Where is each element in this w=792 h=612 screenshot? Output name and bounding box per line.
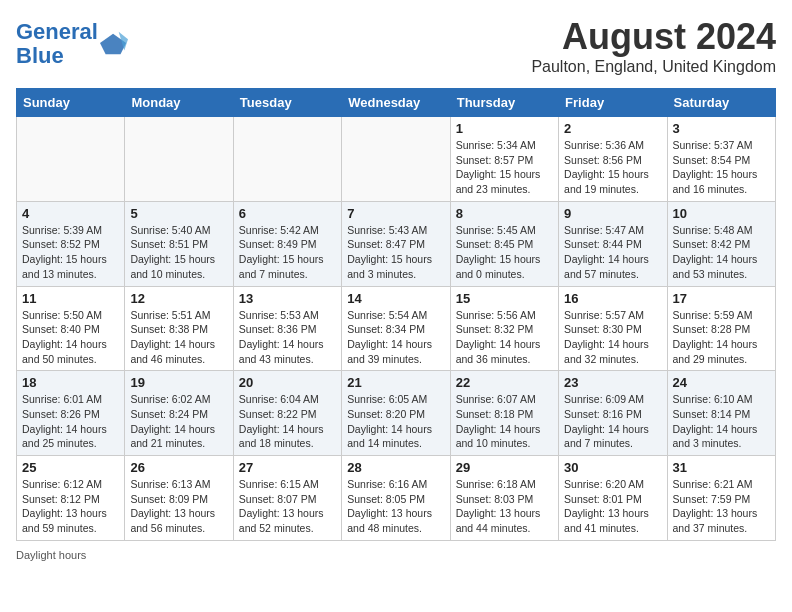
calendar-table: SundayMondayTuesdayWednesdayThursdayFrid… [16, 88, 776, 541]
calendar-day-cell: 3Sunrise: 5:37 AM Sunset: 8:54 PM Daylig… [667, 117, 775, 202]
calendar-day-cell: 26Sunrise: 6:13 AM Sunset: 8:09 PM Dayli… [125, 456, 233, 541]
day-number: 28 [347, 460, 444, 475]
day-info: Sunrise: 5:57 AM Sunset: 8:30 PM Dayligh… [564, 308, 661, 367]
day-number: 26 [130, 460, 227, 475]
day-number: 29 [456, 460, 553, 475]
day-number: 15 [456, 291, 553, 306]
day-number: 8 [456, 206, 553, 221]
title-area: August 2024 Paulton, England, United Kin… [531, 16, 776, 76]
calendar-day-cell [125, 117, 233, 202]
day-number: 25 [22, 460, 119, 475]
day-info: Sunrise: 5:36 AM Sunset: 8:56 PM Dayligh… [564, 138, 661, 197]
calendar-day-cell: 5Sunrise: 5:40 AM Sunset: 8:51 PM Daylig… [125, 201, 233, 286]
day-info: Sunrise: 6:12 AM Sunset: 8:12 PM Dayligh… [22, 477, 119, 536]
day-info: Sunrise: 5:56 AM Sunset: 8:32 PM Dayligh… [456, 308, 553, 367]
day-info: Sunrise: 6:21 AM Sunset: 7:59 PM Dayligh… [673, 477, 770, 536]
day-info: Sunrise: 5:47 AM Sunset: 8:44 PM Dayligh… [564, 223, 661, 282]
day-number: 5 [130, 206, 227, 221]
calendar-day-cell: 30Sunrise: 6:20 AM Sunset: 8:01 PM Dayli… [559, 456, 667, 541]
day-info: Sunrise: 6:15 AM Sunset: 8:07 PM Dayligh… [239, 477, 336, 536]
day-info: Sunrise: 6:10 AM Sunset: 8:14 PM Dayligh… [673, 392, 770, 451]
day-info: Sunrise: 5:45 AM Sunset: 8:45 PM Dayligh… [456, 223, 553, 282]
calendar-day-cell: 20Sunrise: 6:04 AM Sunset: 8:22 PM Dayli… [233, 371, 341, 456]
calendar-day-cell: 28Sunrise: 6:16 AM Sunset: 8:05 PM Dayli… [342, 456, 450, 541]
calendar-day-cell: 11Sunrise: 5:50 AM Sunset: 8:40 PM Dayli… [17, 286, 125, 371]
calendar-day-cell: 24Sunrise: 6:10 AM Sunset: 8:14 PM Dayli… [667, 371, 775, 456]
calendar-week-row: 4Sunrise: 5:39 AM Sunset: 8:52 PM Daylig… [17, 201, 776, 286]
calendar-day-cell: 7Sunrise: 5:43 AM Sunset: 8:47 PM Daylig… [342, 201, 450, 286]
calendar-day-cell: 2Sunrise: 5:36 AM Sunset: 8:56 PM Daylig… [559, 117, 667, 202]
calendar-header-sunday: Sunday [17, 89, 125, 117]
day-number: 20 [239, 375, 336, 390]
calendar-day-cell: 16Sunrise: 5:57 AM Sunset: 8:30 PM Dayli… [559, 286, 667, 371]
day-number: 31 [673, 460, 770, 475]
day-number: 2 [564, 121, 661, 136]
calendar-day-cell [233, 117, 341, 202]
calendar-week-row: 18Sunrise: 6:01 AM Sunset: 8:26 PM Dayli… [17, 371, 776, 456]
header: GeneralBlue August 2024 Paulton, England… [16, 16, 776, 76]
day-info: Sunrise: 5:54 AM Sunset: 8:34 PM Dayligh… [347, 308, 444, 367]
calendar-header-saturday: Saturday [667, 89, 775, 117]
calendar-day-cell: 27Sunrise: 6:15 AM Sunset: 8:07 PM Dayli… [233, 456, 341, 541]
logo: GeneralBlue [16, 20, 128, 68]
calendar-day-cell: 22Sunrise: 6:07 AM Sunset: 8:18 PM Dayli… [450, 371, 558, 456]
day-number: 10 [673, 206, 770, 221]
calendar-day-cell: 17Sunrise: 5:59 AM Sunset: 8:28 PM Dayli… [667, 286, 775, 371]
calendar-header-friday: Friday [559, 89, 667, 117]
calendar-header-wednesday: Wednesday [342, 89, 450, 117]
calendar-day-cell [17, 117, 125, 202]
day-number: 27 [239, 460, 336, 475]
day-info: Sunrise: 5:51 AM Sunset: 8:38 PM Dayligh… [130, 308, 227, 367]
day-number: 16 [564, 291, 661, 306]
logo-icon [100, 30, 128, 58]
day-info: Sunrise: 6:04 AM Sunset: 8:22 PM Dayligh… [239, 392, 336, 451]
day-number: 6 [239, 206, 336, 221]
day-number: 18 [22, 375, 119, 390]
day-info: Sunrise: 5:34 AM Sunset: 8:57 PM Dayligh… [456, 138, 553, 197]
calendar-day-cell: 6Sunrise: 5:42 AM Sunset: 8:49 PM Daylig… [233, 201, 341, 286]
calendar-header-thursday: Thursday [450, 89, 558, 117]
day-number: 19 [130, 375, 227, 390]
day-info: Sunrise: 6:01 AM Sunset: 8:26 PM Dayligh… [22, 392, 119, 451]
day-info: Sunrise: 5:50 AM Sunset: 8:40 PM Dayligh… [22, 308, 119, 367]
day-info: Sunrise: 6:20 AM Sunset: 8:01 PM Dayligh… [564, 477, 661, 536]
day-number: 23 [564, 375, 661, 390]
day-info: Sunrise: 5:42 AM Sunset: 8:49 PM Dayligh… [239, 223, 336, 282]
day-number: 7 [347, 206, 444, 221]
day-info: Sunrise: 5:59 AM Sunset: 8:28 PM Dayligh… [673, 308, 770, 367]
calendar-day-cell: 31Sunrise: 6:21 AM Sunset: 7:59 PM Dayli… [667, 456, 775, 541]
calendar-day-cell: 25Sunrise: 6:12 AM Sunset: 8:12 PM Dayli… [17, 456, 125, 541]
calendar-day-cell: 19Sunrise: 6:02 AM Sunset: 8:24 PM Dayli… [125, 371, 233, 456]
calendar-header-row: SundayMondayTuesdayWednesdayThursdayFrid… [17, 89, 776, 117]
subtitle: Paulton, England, United Kingdom [531, 58, 776, 76]
calendar-header-tuesday: Tuesday [233, 89, 341, 117]
calendar-day-cell: 18Sunrise: 6:01 AM Sunset: 8:26 PM Dayli… [17, 371, 125, 456]
calendar-day-cell: 14Sunrise: 5:54 AM Sunset: 8:34 PM Dayli… [342, 286, 450, 371]
day-info: Sunrise: 6:18 AM Sunset: 8:03 PM Dayligh… [456, 477, 553, 536]
day-info: Sunrise: 6:13 AM Sunset: 8:09 PM Dayligh… [130, 477, 227, 536]
day-number: 11 [22, 291, 119, 306]
logo-text: GeneralBlue [16, 20, 98, 68]
calendar-day-cell: 13Sunrise: 5:53 AM Sunset: 8:36 PM Dayli… [233, 286, 341, 371]
calendar-day-cell: 4Sunrise: 5:39 AM Sunset: 8:52 PM Daylig… [17, 201, 125, 286]
day-number: 4 [22, 206, 119, 221]
day-number: 13 [239, 291, 336, 306]
calendar-day-cell: 1Sunrise: 5:34 AM Sunset: 8:57 PM Daylig… [450, 117, 558, 202]
day-number: 22 [456, 375, 553, 390]
calendar-day-cell: 9Sunrise: 5:47 AM Sunset: 8:44 PM Daylig… [559, 201, 667, 286]
footer-note: Daylight hours [16, 549, 86, 561]
day-info: Sunrise: 5:37 AM Sunset: 8:54 PM Dayligh… [673, 138, 770, 197]
day-info: Sunrise: 6:09 AM Sunset: 8:16 PM Dayligh… [564, 392, 661, 451]
day-info: Sunrise: 5:43 AM Sunset: 8:47 PM Dayligh… [347, 223, 444, 282]
calendar-week-row: 25Sunrise: 6:12 AM Sunset: 8:12 PM Dayli… [17, 456, 776, 541]
day-info: Sunrise: 6:02 AM Sunset: 8:24 PM Dayligh… [130, 392, 227, 451]
day-info: Sunrise: 5:48 AM Sunset: 8:42 PM Dayligh… [673, 223, 770, 282]
day-number: 30 [564, 460, 661, 475]
day-info: Sunrise: 6:05 AM Sunset: 8:20 PM Dayligh… [347, 392, 444, 451]
day-number: 1 [456, 121, 553, 136]
footer: Daylight hours [16, 549, 776, 561]
calendar-week-row: 11Sunrise: 5:50 AM Sunset: 8:40 PM Dayli… [17, 286, 776, 371]
day-number: 24 [673, 375, 770, 390]
day-info: Sunrise: 6:07 AM Sunset: 8:18 PM Dayligh… [456, 392, 553, 451]
calendar-day-cell: 21Sunrise: 6:05 AM Sunset: 8:20 PM Dayli… [342, 371, 450, 456]
